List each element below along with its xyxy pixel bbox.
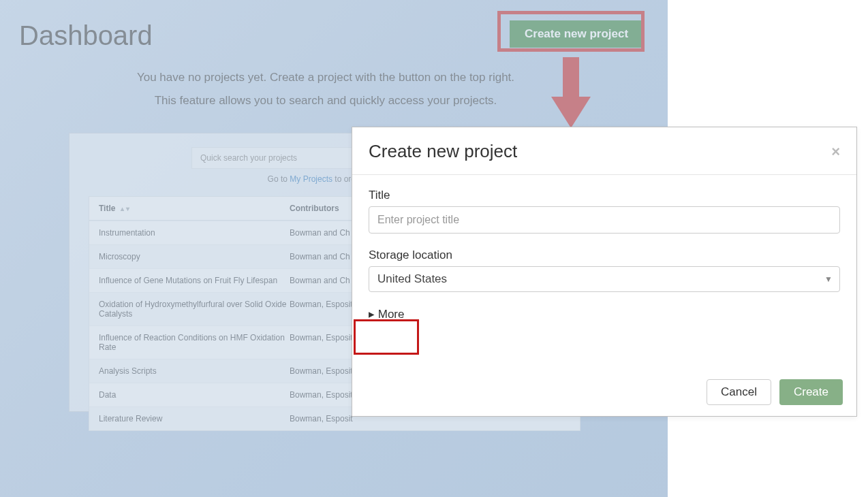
intro-text-line2: This feature allows you to search and qu… <box>0 94 651 108</box>
project-title-cell: Data <box>99 390 290 400</box>
sort-icon: ▴ ▾ <box>121 205 129 212</box>
project-title-cell: Oxidation of Hydroxymethylfurfural over … <box>99 300 290 319</box>
project-title-cell: Literature Review <box>99 414 290 423</box>
more-toggle[interactable]: ▸ More <box>369 307 404 321</box>
project-title-cell: Analysis Scripts <box>99 366 290 376</box>
project-title-cell: Instrumentation <box>99 228 290 238</box>
close-icon[interactable]: × <box>831 144 840 159</box>
column-header-title[interactable]: Title ▴ ▾ <box>99 204 290 213</box>
column-header-title-text: Title <box>99 204 115 213</box>
my-projects-link[interactable]: My Projects <box>290 174 332 184</box>
modal-footer: Cancel Create <box>707 379 843 405</box>
create-project-modal: Create new project × Title Storage locat… <box>352 127 857 417</box>
project-title-cell: Influence of Reaction Conditions on HMF … <box>99 333 290 352</box>
page-title: Dashboard <box>19 20 153 51</box>
storage-location-label: Storage location <box>369 248 840 262</box>
intro-text-line1: You have no projects yet. Create a proje… <box>0 71 651 84</box>
storage-location-value: United States <box>369 267 839 291</box>
storage-location-select[interactable]: United States ▼ <box>369 266 840 292</box>
cancel-button[interactable]: Cancel <box>707 379 771 405</box>
more-label: More <box>378 308 405 321</box>
chevron-down-icon: ▼ <box>824 274 833 284</box>
goto-prefix: Go to <box>268 174 290 184</box>
modal-title: Create new project <box>369 141 517 162</box>
project-title-input[interactable] <box>369 206 840 234</box>
modal-header: Create new project × <box>352 127 856 175</box>
title-field-label: Title <box>369 189 840 202</box>
caret-right-icon: ▸ <box>369 308 378 321</box>
project-title-cell: Microscopy <box>99 252 290 261</box>
create-button[interactable]: Create <box>779 379 843 405</box>
project-title-cell: Influence of Gene Mutations on Fruit Fly… <box>99 276 290 285</box>
modal-body: Title Storage location United States ▼ ▸… <box>352 175 856 335</box>
create-new-project-button[interactable]: Create new project <box>510 20 643 48</box>
